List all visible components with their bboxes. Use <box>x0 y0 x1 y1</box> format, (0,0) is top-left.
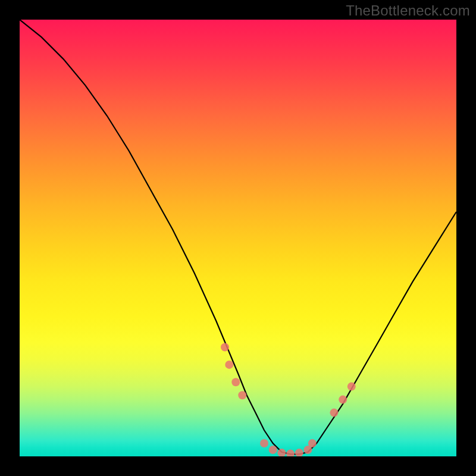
marker-point <box>269 446 277 454</box>
marker-point <box>260 439 268 447</box>
marker-point <box>347 383 356 391</box>
marker-point <box>286 450 295 456</box>
marker-point <box>295 449 303 456</box>
marker-point <box>330 409 339 417</box>
marker-point <box>221 343 229 352</box>
marker-point <box>238 391 246 399</box>
marker-group <box>221 343 356 457</box>
bottleneck-curve <box>20 20 456 454</box>
watermark-text: TheBottleneck.com <box>346 2 470 19</box>
marker-point <box>231 378 240 386</box>
marker-point <box>225 361 233 369</box>
plot-area <box>20 20 456 456</box>
marker-point <box>308 439 317 447</box>
curve-layer <box>20 20 456 456</box>
chart-frame: TheBottleneck.com <box>0 0 476 476</box>
marker-point <box>339 396 347 404</box>
